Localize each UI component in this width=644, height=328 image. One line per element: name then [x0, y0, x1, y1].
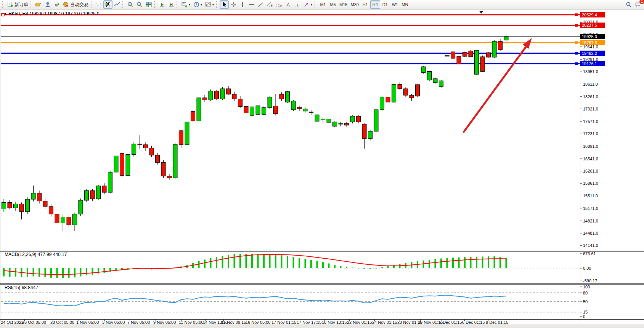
price-tick-label: 15511.0 [583, 194, 598, 198]
new-order-button-label: 新订单 [14, 2, 28, 8]
notifications-button[interactable]: 1 [633, 0, 642, 9]
macd-indicator-label: MACD(12,26,9) 477.99 440.17 [5, 252, 67, 257]
tile-windows-button[interactable] [144, 0, 153, 9]
candle-33 [197, 98, 201, 121]
tf-h4-button[interactable]: H4 [370, 0, 380, 9]
candle-30 [179, 131, 183, 145]
fibonacci-button[interactable]: F [275, 0, 284, 9]
vertical-line-button[interactable] [238, 0, 247, 9]
arrows-button[interactable]: ▾ [302, 0, 314, 9]
tf-m30-button[interactable]: M30 [349, 0, 360, 9]
toolbar-group-grip[interactable] [154, 1, 156, 8]
chart-canvas[interactable]: 20321.019991.019641.019291.018951.018611… [0, 0, 644, 328]
new-chart-button[interactable]: ▾ [180, 0, 192, 9]
price-tick-label: 16891.0 [583, 144, 598, 149]
chart-shift-button[interactable] [167, 0, 176, 9]
cursor-icon [221, 2, 227, 8]
tf-h1-button[interactable]: H1 [360, 0, 370, 9]
toolbar-group-grip[interactable] [177, 1, 178, 8]
chart-background[interactable] [0, 10, 644, 328]
symbol-dropdown-icon[interactable]: ▼ [4, 12, 7, 16]
candle-3 [19, 204, 24, 211]
price-tick-label: 14821.0 [583, 219, 598, 223]
tiles-icon [146, 2, 152, 8]
tf-d1-button[interactable]: D1 [380, 0, 390, 9]
data-window-button[interactable] [43, 0, 52, 9]
candle-52 [309, 112, 313, 113]
rsi-tick-label: 15 [583, 310, 588, 314]
candle-75 [445, 56, 449, 56]
toolbar-group-grip[interactable] [122, 1, 124, 8]
zoom-out-icon [137, 2, 143, 8]
toolbar-group-grip[interactable] [216, 1, 218, 8]
toolbar-group-grip[interactable] [31, 1, 32, 8]
bar-chart-button[interactable] [94, 0, 103, 9]
price-tick-label: 15171.0 [583, 206, 598, 211]
candle-37 [220, 89, 225, 99]
blue-support-line-1-handle[interactable] [575, 52, 578, 54]
candle-61 [362, 124, 366, 139]
horizontal-line-button[interactable] [247, 0, 256, 9]
svg-text:E: E [271, 5, 273, 8]
navigator-button[interactable] [52, 0, 61, 9]
tf-m1-button[interactable]: M1 [318, 0, 328, 9]
trading-platform-window: { "toolbar": { "groups": [ {"name":"trad… [0, 0, 644, 328]
red-resistance-line-2-handle[interactable] [575, 24, 578, 27]
crosshair-button[interactable] [229, 0, 238, 9]
new-order-icon [7, 2, 13, 8]
blue-support-line-2-handle[interactable] [575, 62, 578, 65]
blue-support-line-1-price-tag-label: 19462.2 [582, 51, 597, 56]
channel-button[interactable]: E [265, 0, 275, 9]
indicators-button[interactable]: ▾ [204, 0, 215, 9]
text-button[interactable]: A [284, 0, 293, 9]
arrows-icon [304, 2, 310, 8]
search-button[interactable] [624, 0, 633, 9]
candle-38 [226, 89, 231, 94]
dropdown-caret-icon[interactable]: ▾ [201, 3, 202, 6]
candle-84 [498, 41, 503, 50]
candle-82 [487, 53, 491, 57]
rsi-tick-label: 0 [583, 314, 585, 319]
blue-support-line-2-price-tag-label: 19176.1 [582, 61, 597, 66]
zoom-in-button[interactable] [126, 0, 135, 9]
hline-icon [249, 2, 255, 8]
candlestick-button[interactable] [103, 0, 112, 9]
cursor-button[interactable] [220, 0, 229, 9]
date-tick-label: 15 Nov 09:15 [221, 320, 246, 325]
toolbar-group-grip[interactable] [315, 1, 316, 8]
bar-chart-icon [96, 2, 102, 8]
dropdown-caret-icon[interactable]: ▾ [212, 3, 214, 6]
trendline-button[interactable] [256, 0, 265, 9]
tf-mn-button[interactable]: MN [400, 0, 410, 9]
toolbar-group-grip[interactable] [91, 1, 93, 8]
zoom-in-icon [127, 2, 133, 8]
new-order-button[interactable]: 新订单 [6, 0, 30, 9]
orange-support-line-handle[interactable] [575, 41, 578, 44]
candle-7 [43, 201, 47, 206]
notification-badge: 1 [639, 0, 644, 5]
tf-w1-button[interactable]: W1 [390, 0, 400, 9]
price-tick-label: 15861.0 [583, 181, 598, 186]
text-label-button[interactable]: T [293, 0, 302, 9]
candle-43 [256, 106, 260, 115]
date-tick-label: 28 Oct 05:00 [50, 320, 74, 325]
candle-55 [327, 119, 331, 123]
auto-scroll-button[interactable] [157, 0, 167, 9]
tf-m15-button[interactable]: M15 [338, 0, 349, 9]
auto-trading-button[interactable]: 自动交易 [61, 0, 90, 9]
candle-53 [315, 115, 319, 121]
line-chart-icon [114, 2, 120, 8]
tf-mn-button-label: MN [401, 2, 408, 7]
line-chart-button[interactable] [112, 0, 122, 9]
dropdown-caret-icon[interactable]: ▾ [189, 3, 190, 6]
candle-27 [161, 162, 165, 176]
toolbar-group-grip[interactable] [2, 1, 4, 8]
candle-67 [398, 85, 402, 89]
red-resistance-line-1-handle[interactable] [575, 13, 578, 16]
macd-tick-label: 0.00 [583, 266, 591, 270]
zoom-out-button[interactable] [135, 0, 144, 9]
dropdown-caret-icon[interactable]: ▾ [311, 3, 312, 6]
period-button[interactable]: ▾ [192, 0, 204, 9]
market-watch-button[interactable] [34, 0, 43, 9]
tf-m5-button[interactable]: M5 [328, 0, 338, 9]
